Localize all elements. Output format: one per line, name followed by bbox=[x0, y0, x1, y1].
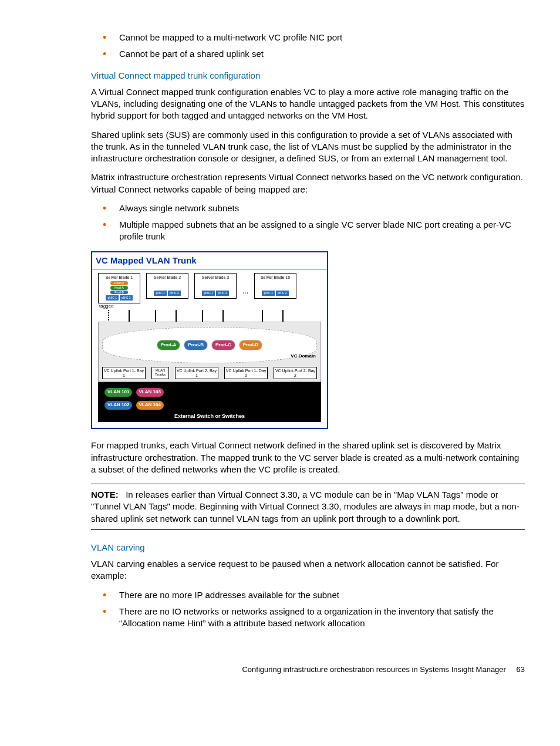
vlan-carving-bullet-list: There are no more IP addresses available… bbox=[91, 589, 525, 630]
ellipsis: ... bbox=[242, 281, 248, 296]
body-paragraph: For mapped trunks, each Virtual Connect … bbox=[91, 440, 525, 475]
uplink-port: VC Uplink Port 2- Bay 1 bbox=[175, 367, 218, 379]
body-paragraph: Shared uplink sets (SUS) are commonly us… bbox=[91, 129, 525, 165]
prod-c-cloud: Prod-C bbox=[212, 340, 235, 350]
prod-d-cloud: Prod-D bbox=[239, 340, 262, 350]
section-heading-vlan-carving: VLAN carving bbox=[91, 542, 525, 553]
body-paragraph: Matrix infrastructure orchestration repr… bbox=[91, 171, 525, 195]
prod-a-cloud: Prod-A bbox=[157, 340, 180, 350]
vlan-102-tag: VLAN 102 bbox=[104, 401, 132, 410]
vlan-101-tag: VLAN 101 bbox=[104, 388, 132, 397]
body-paragraph: VLAN carving enables a service request t… bbox=[91, 558, 525, 582]
prod-b-cloud: Prod-B bbox=[184, 340, 207, 350]
server-blade-1: Server Blade 1 Prod-D Prod-A Prod-B pNIC… bbox=[98, 273, 140, 303]
external-switch-box: VLAN 101 VLAN 103 VLAN 102 VLAN 104 Exte… bbox=[98, 382, 321, 422]
list-item: Always single network subnets bbox=[103, 202, 525, 214]
page-number: 63 bbox=[517, 665, 525, 674]
list-item: Cannot be part of a shared uplink set bbox=[103, 48, 525, 60]
tagged-label: tagged bbox=[92, 303, 327, 310]
page-footer: Configuring infrastructure orchestration… bbox=[91, 664, 525, 675]
vc-domain-box: Prod-A Prod-B Prod-C Prod-D VC Domain VC… bbox=[98, 322, 321, 382]
vc-domain-label: VC Domain bbox=[291, 353, 316, 360]
blade-label: Server Blade 3 bbox=[196, 275, 235, 280]
switch-label: External Switch or Switches bbox=[98, 413, 321, 420]
note-label: NOTE: bbox=[91, 490, 119, 499]
footer-text: Configuring infrastructure orchestration… bbox=[242, 665, 505, 674]
top-bullet-list: Cannot be mapped to a multi-network VC p… bbox=[91, 32, 525, 60]
cloud-area: Prod-A Prod-B Prod-C Prod-D bbox=[102, 327, 317, 363]
blade-label: Server Blade 1 bbox=[100, 275, 139, 280]
uplink-port: VC Uplink Port 1- Day 2 bbox=[224, 367, 268, 379]
list-item: Multiple mapped subnets that an be assig… bbox=[103, 219, 525, 243]
vlan-103-tag: VLAN 103 bbox=[136, 388, 164, 397]
section-heading-mapped-trunk: Virtual Connect mapped trunk configurati… bbox=[91, 70, 525, 82]
vc-mapped-vlan-trunk-diagram: VC Mapped VLAN Trunk Server Blade 1 Prod… bbox=[91, 251, 328, 430]
body-paragraph: A Virtual Connect mapped trunk configura… bbox=[91, 86, 525, 122]
uplink-port: VC Uplink Port 1- Bay 1 bbox=[102, 367, 146, 379]
list-item: There are no IO networks or networks ass… bbox=[103, 606, 525, 630]
blade-row: Server Blade 1 Prod-D Prod-A Prod-B pNIC… bbox=[92, 269, 327, 303]
note-box: NOTE: In releases earlier than Virtual C… bbox=[91, 484, 525, 530]
server-blade-16: Server Blade 16 pNIC 1pNIC 2 bbox=[254, 273, 296, 299]
server-blade-2: Server Blade 2 pNIC 1pNIC 2 bbox=[146, 273, 188, 299]
mapped-bullet-list: Always single network subnets Multiple m… bbox=[91, 202, 525, 243]
vlan-104-tag: VLAN 104 bbox=[136, 401, 164, 410]
mlan-trunks-box: MLAN Trunks bbox=[151, 367, 169, 379]
list-item: There are no more IP addresses available… bbox=[103, 589, 525, 601]
list-item: Cannot be mapped to a multi-network VC p… bbox=[103, 32, 525, 43]
blade-label: Server Blade 2 bbox=[148, 275, 187, 280]
uplink-port: VC Uplink Port 2- Bay 2 bbox=[274, 367, 317, 379]
blade-label: Server Blade 16 bbox=[256, 275, 295, 280]
diagram-title: VC Mapped VLAN Trunk bbox=[92, 252, 327, 269]
uplink-row: VC Uplink Port 1- Bay 1 MLAN Trunks VC U… bbox=[102, 367, 317, 379]
server-blade-3: Server Blade 3 pNIC 1pNIC 2 bbox=[194, 273, 237, 299]
note-text: In releases earlier than Virtual Connect… bbox=[91, 490, 519, 524]
